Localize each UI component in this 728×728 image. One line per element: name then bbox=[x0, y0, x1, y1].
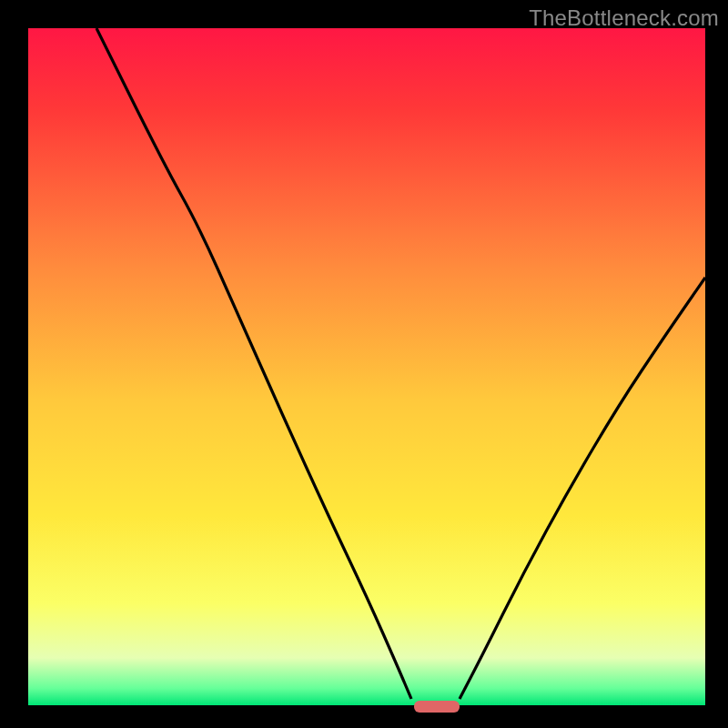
gradient-background bbox=[28, 28, 705, 705]
optimal-marker bbox=[414, 701, 460, 713]
chart-container: TheBottleneck.com bbox=[0, 0, 728, 728]
bottleneck-chart bbox=[0, 0, 728, 728]
